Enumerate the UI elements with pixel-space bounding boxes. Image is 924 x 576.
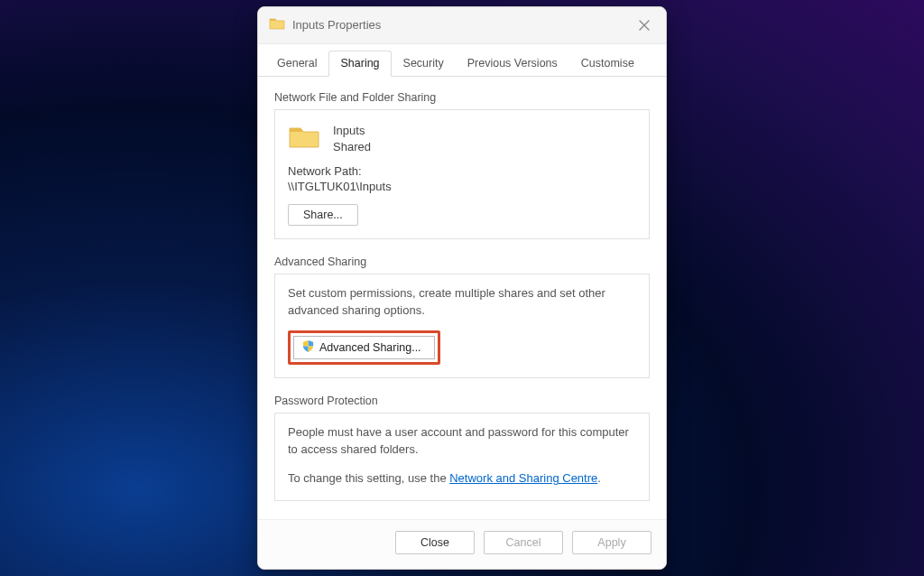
- network-sharing-box: Inputs Shared Network Path: \\ITGLTUK01\…: [274, 109, 650, 239]
- network-path-label: Network Path:: [288, 164, 636, 178]
- advanced-sharing-button[interactable]: Advanced Sharing...: [293, 336, 435, 359]
- close-icon[interactable]: [633, 14, 655, 36]
- tab-strip: General Sharing Security Previous Versio…: [258, 44, 666, 77]
- properties-dialog: Inputs Properties General Sharing Securi…: [257, 6, 667, 571]
- advanced-sharing-description: Set custom permissions, create multiple …: [288, 285, 636, 320]
- close-button[interactable]: Close: [395, 531, 475, 554]
- dialog-footer: Close Cancel Apply: [258, 519, 666, 569]
- password-protection-line2: To change this setting, use the Network …: [288, 470, 636, 488]
- folder-name: Inputs: [333, 123, 371, 139]
- cancel-button[interactable]: Cancel: [484, 531, 563, 554]
- tab-customise[interactable]: Customise: [569, 51, 646, 77]
- folder-large-icon: [288, 123, 320, 153]
- advanced-sharing-button-label: Advanced Sharing...: [319, 341, 421, 354]
- tab-security[interactable]: Security: [392, 51, 456, 77]
- shield-icon: [301, 339, 315, 356]
- password-protection-heading: Password Protection: [274, 395, 650, 407]
- tab-general[interactable]: General: [265, 51, 328, 77]
- password-protection-box: People must have a user account and pass…: [274, 413, 650, 502]
- apply-button[interactable]: Apply: [572, 531, 651, 554]
- highlight-annotation: Advanced Sharing...: [288, 330, 440, 365]
- password-line2-prefix: To change this setting, use the: [288, 471, 449, 485]
- network-sharing-centre-link[interactable]: Network and Sharing Centre: [449, 471, 597, 485]
- password-protection-group: Password Protection People must have a u…: [274, 395, 650, 502]
- share-button[interactable]: Share...: [288, 204, 358, 226]
- tab-previous-versions[interactable]: Previous Versions: [456, 51, 569, 77]
- password-protection-line1: People must have a user account and pass…: [288, 424, 636, 459]
- advanced-sharing-group: Advanced Sharing Set custom permissions,…: [274, 255, 650, 378]
- advanced-sharing-heading: Advanced Sharing: [274, 255, 650, 268]
- password-line2-suffix: .: [597, 471, 601, 485]
- network-path-value: \\ITGLTUK01\Inputs: [288, 180, 636, 193]
- folder-row: Inputs Shared: [288, 123, 636, 155]
- tab-sharing[interactable]: Sharing: [328, 51, 391, 77]
- tab-content: Network File and Folder Sharing Inputs S…: [258, 77, 666, 520]
- folder-icon: [269, 16, 285, 33]
- sharing-status: Shared: [333, 139, 371, 155]
- network-sharing-group: Network File and Folder Sharing Inputs S…: [274, 91, 650, 239]
- titlebar: Inputs Properties: [258, 7, 666, 44]
- network-sharing-heading: Network File and Folder Sharing: [274, 91, 650, 104]
- advanced-sharing-box: Set custom permissions, create multiple …: [274, 274, 650, 378]
- window-title: Inputs Properties: [292, 18, 633, 32]
